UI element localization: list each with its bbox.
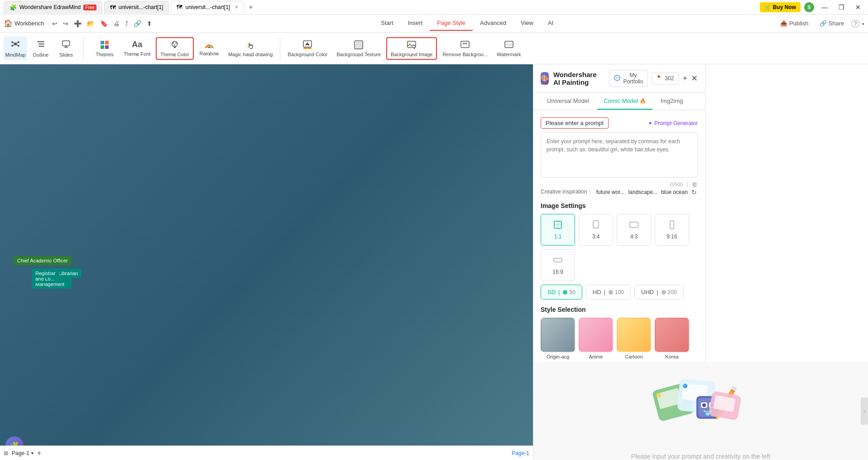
add-page-button[interactable]: + (37, 449, 41, 457)
nav-tab-page-style[interactable]: Page Style (430, 16, 473, 31)
publish-button[interactable]: 📤 Publish (777, 18, 812, 29)
page-dropdown-arrow[interactable]: ▾ (31, 451, 34, 455)
bg-texture-button[interactable]: Background Texture ▾ (333, 38, 384, 59)
svg-rect-10 (38, 44, 44, 44)
ratio-9-16-button[interactable]: 9:16 (655, 214, 689, 246)
quality-sd-label: SD (547, 289, 556, 295)
coins-add-button[interactable]: + (682, 74, 687, 83)
theme-color-button[interactable]: Theme Color ▾ (156, 37, 194, 60)
inspiration-tag-2[interactable]: landscape... (628, 189, 657, 195)
tab-university2[interactable]: 🗺 universit...-chart[1] ✕ (171, 1, 244, 14)
export-button[interactable]: ⤴ (123, 18, 130, 29)
ai-tabs: Universal Model Comic Model 🔥 Img2img (533, 93, 705, 110)
slides-icon (61, 39, 71, 49)
tab-edrawmind[interactable]: 🧩 Wondershare EdrawMind Free (4, 1, 102, 14)
preview-empty-text: Please input your prompt and creativity … (631, 453, 770, 460)
theme-font-arrow: ▾ (136, 53, 138, 58)
svg-rect-45 (658, 75, 661, 77)
quality-hd-credit: 100 (608, 289, 624, 295)
bg-image-icon (407, 40, 417, 50)
style-cartoon[interactable]: Cartoon (617, 318, 651, 359)
minimize-button[interactable]: — (818, 3, 831, 12)
svg-rect-52 (554, 258, 562, 262)
inspiration-tag-1[interactable]: future wor... (596, 189, 625, 195)
mindmap-view-button[interactable]: MindMap (4, 36, 27, 60)
divider: | (686, 182, 688, 187)
help-button[interactable]: ? ▾ (851, 20, 864, 27)
rainbow-button[interactable]: Rainbow ▾ (196, 39, 223, 58)
undo-button[interactable]: ↩ (50, 18, 60, 29)
share-button[interactable]: 🔗 Share (816, 18, 848, 29)
style-grid-row1: Origin-acg Anime (541, 318, 698, 362)
ai-tab-comic[interactable]: Comic Model 🔥 (597, 93, 652, 110)
ai-tab-universal[interactable]: Universal Model (541, 93, 595, 110)
registrar-node[interactable]: Registrar (32, 269, 59, 278)
quality-sd-button[interactable]: SD | 50 (541, 285, 582, 300)
svg-rect-12 (62, 41, 70, 46)
ai-panel-actions: My Portfolio 302 + ✕ (609, 70, 698, 87)
coins-button[interactable]: 302 (652, 73, 679, 85)
nav-tabs: Start Insert Page Style Advanced View AI (160, 16, 775, 31)
fire-icon: 🔥 (640, 98, 646, 104)
clear-prompt-button[interactable]: 🗑 (691, 181, 698, 188)
ratio-grid: 1:1 3:4 4:3 (541, 214, 698, 281)
nav-tab-view[interactable]: View (513, 16, 541, 31)
style-anime[interactable]: Anime (579, 318, 613, 359)
prompt-textarea[interactable] (541, 132, 698, 178)
remove-bg-button[interactable]: Remove Backgrou... (439, 38, 491, 59)
nav-tab-insert[interactable]: Insert (401, 16, 430, 31)
slides-view-button[interactable]: Slides (54, 36, 78, 60)
cao-node[interactable]: Chief Academic Officer (14, 256, 72, 265)
magic-hand-button[interactable]: Magic hand drawing ▾ (225, 38, 276, 59)
nav-tab-ai[interactable]: AI (541, 16, 561, 31)
add-tab-button[interactable]: + (246, 2, 255, 12)
maximize-button[interactable]: ❐ (835, 3, 848, 12)
themes-button[interactable]: Themes ▾ (91, 38, 118, 59)
ai-tab-img2img[interactable]: Img2img (654, 93, 690, 110)
close-button[interactable]: ✕ (852, 3, 864, 12)
theme-font-button[interactable]: Aa Theme Font ▾ (120, 38, 154, 58)
refresh-inspiration-button[interactable]: ↻ (691, 189, 697, 196)
link-button[interactable]: 🔗 (131, 18, 144, 29)
ratio-16-9-button[interactable]: 16:9 (541, 249, 575, 281)
tab-university1[interactable]: 🗺 universit...-chart[1] (104, 1, 169, 14)
mindmap-icon (10, 39, 20, 49)
prompt-generator-button[interactable]: ✦ Prompt Generator (648, 120, 698, 126)
toggle-sidebar-button[interactable]: ⊞ (4, 450, 8, 456)
ratio-3-4-button[interactable]: 3:4 (579, 214, 613, 246)
inspiration-tag-3[interactable]: blue ocean (661, 189, 688, 195)
nav-tab-advanced[interactable]: Advanced (473, 16, 513, 31)
redo-button[interactable]: ↪ (61, 18, 71, 29)
outline-view-button[interactable]: Outline (29, 36, 53, 60)
upload-button[interactable]: ⬆ (144, 18, 154, 29)
style-origin-acg[interactable]: Origin-acg (541, 318, 575, 359)
ratio-1-1-button[interactable]: 1:1 (541, 214, 575, 246)
slides-label: Slides (59, 52, 73, 58)
portfolio-button[interactable]: My Portfolio (609, 70, 648, 87)
ratio-4-3-button[interactable]: 4:3 (617, 214, 651, 246)
tab-close-btn[interactable]: ✕ (235, 5, 238, 10)
add-button[interactable]: ➕ (72, 18, 84, 29)
bg-color-button[interactable]: Background Color ▾ (284, 38, 331, 59)
quality-uhd-button[interactable]: UHD | 200 (634, 285, 684, 300)
remove-bg-icon (460, 40, 470, 50)
style-korea[interactable]: Korea (655, 318, 689, 359)
buy-now-button[interactable]: 🛒 Buy Now (760, 2, 801, 12)
quality-hd-button[interactable]: HD | 100 (586, 285, 631, 300)
canvas-area[interactable]: Chief Academic Officer Deans ofAcademic … (0, 64, 533, 460)
style-cartoon-thumb (617, 318, 651, 352)
watermark-button[interactable]: WM Watermark (493, 38, 524, 59)
save-button[interactable]: 🔖 (98, 18, 110, 29)
app-logo[interactable]: 🏠 Workbench (4, 19, 44, 28)
theme-color-icon (170, 40, 180, 50)
user-avatar[interactable]: S (804, 2, 814, 12)
ai-preview-section: W Please input your pro (533, 362, 868, 460)
open-button[interactable]: 📂 (85, 18, 97, 29)
right-panel-toggle[interactable]: › (861, 397, 868, 425)
bg-image-button[interactable]: Background Image ▾ (386, 37, 437, 60)
print-button[interactable]: 🖨 (111, 18, 122, 29)
ai-panel-close-button[interactable]: ✕ (691, 73, 698, 83)
nav-tab-start[interactable]: Start (374, 16, 400, 31)
ai-logo-icon: 🎨 (541, 75, 548, 82)
publish-label: Publish (789, 20, 809, 27)
